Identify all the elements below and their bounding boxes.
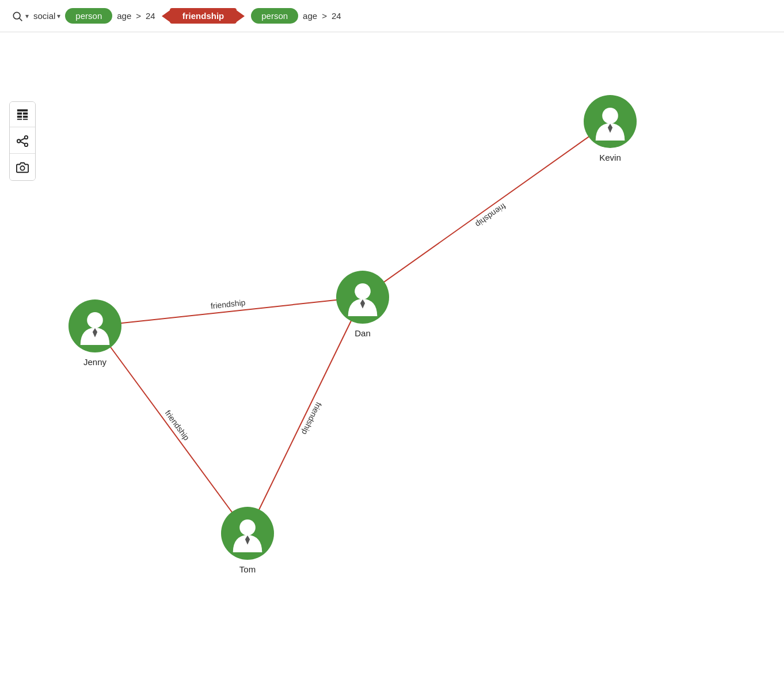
node2-label[interactable]: person (251, 8, 298, 24)
node-label: Dan (355, 328, 371, 338)
node1-filter-field: age (117, 11, 131, 21)
svg-line-1 (20, 18, 22, 21)
node2-filter-op: > (322, 11, 327, 21)
search-icon (12, 10, 23, 22)
graph-edge (363, 122, 610, 297)
search-dropdown-arrow[interactable]: ▾ (25, 12, 29, 20)
svg-point-16 (602, 108, 618, 124)
node2-filter-val: 24 (332, 11, 341, 21)
node2-filter-field: age (303, 11, 317, 21)
search-bar: ▾ social ▾ person age > 24 friendship pe… (0, 0, 784, 32)
node1-label[interactable]: person (65, 8, 112, 24)
svg-point-0 (13, 12, 20, 19)
graph-node[interactable] (584, 95, 637, 148)
search-input-area[interactable]: ▾ (12, 10, 29, 22)
relationship-pill[interactable]: friendship (170, 8, 237, 24)
db-dropdown-arrow[interactable]: ▾ (57, 12, 60, 20)
relationship-pill-container[interactable]: friendship (162, 8, 245, 24)
graph-edge (95, 326, 248, 533)
node-label: Kevin (599, 153, 621, 162)
graph-svg: friendshipfriendshipfriendshipfriendship… (0, 32, 784, 689)
graph-edge (248, 297, 363, 533)
edge-label: friendship (210, 298, 246, 310)
svg-point-25 (239, 519, 256, 536)
db-name-label: social (33, 11, 55, 21)
node1-filter-val: 24 (146, 11, 155, 21)
svg-point-19 (355, 283, 371, 299)
graph-area: friendshipfriendshipfriendshipfriendship… (0, 32, 784, 689)
db-selector[interactable]: social ▾ (33, 11, 60, 21)
graph-node[interactable] (221, 507, 274, 560)
node-label: Jenny (83, 357, 107, 367)
relationship-label: friendship (182, 11, 224, 21)
node-label: Tom (239, 564, 256, 574)
svg-point-22 (87, 312, 103, 328)
node1-filter-op: > (136, 11, 141, 21)
graph-node[interactable] (336, 271, 389, 324)
graph-node[interactable] (68, 299, 121, 352)
